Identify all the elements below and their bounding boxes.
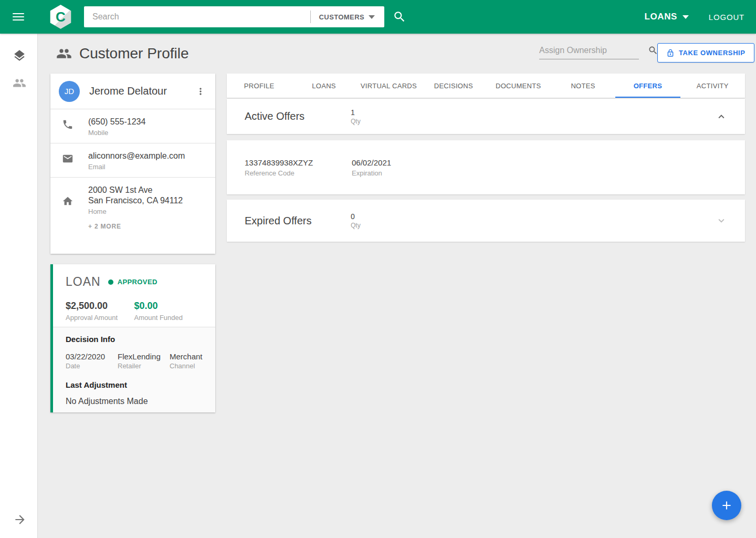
tab-offers[interactable]: OFFERS [615, 74, 680, 98]
email-label: Email [88, 163, 207, 171]
chevron-up-icon[interactable] [716, 111, 727, 122]
loans-nav-dropdown[interactable]: LOANS [645, 0, 689, 34]
amount-funded-label: Amount Funded [134, 314, 203, 322]
expired-offers-qty-label: Qty [351, 222, 361, 229]
take-ownership-label: TAKE OWNERSHIP [679, 49, 746, 57]
amount-funded-value: $0.00 [134, 301, 203, 312]
expired-offers-qty: 0 Qty [351, 212, 361, 229]
email-value: aliconnors@example.com [88, 151, 207, 161]
profile-tabbar: PROFILE LOANS VIRTUAL CARDS DECISIONS DO… [227, 74, 745, 98]
address-row: 2000 SW 1st Ave San Francisco, CA 94112 … [50, 178, 215, 237]
email-row: aliconnors@example.com Email [50, 143, 215, 178]
search-scope-select[interactable]: CUSTOMERS [311, 6, 384, 27]
decision-channel-label: Channel [170, 362, 217, 370]
customer-card: JD Jerome Delatour (650) 555-1234 Mobile… [50, 74, 215, 254]
arrow-forward-icon[interactable] [13, 513, 27, 526]
active-offers-qty: 1 Qty [351, 108, 361, 125]
customers-people-icon[interactable] [13, 76, 26, 90]
address-label: Home [88, 208, 207, 215]
offer-reference-value: 13374839938XZYZ [245, 158, 352, 167]
add-offer-fab[interactable] [712, 491, 741, 520]
logo-letter: C [56, 10, 66, 24]
tab-notes[interactable]: NOTES [551, 74, 615, 98]
more-vert-icon[interactable] [193, 84, 208, 99]
phone-label: Mobile [88, 129, 207, 137]
tab-decisions[interactable]: DECISIONS [421, 74, 486, 98]
amount-funded-block: $0.00 Amount Funded [134, 301, 203, 322]
loan-summary-card[interactable]: LOAN APPROVED $2,500.00 Approval Amount … [50, 264, 215, 412]
loan-title: LOAN [66, 275, 101, 289]
chevron-down-icon [369, 15, 375, 19]
approval-amount-block: $2,500.00 Approval Amount [66, 301, 134, 322]
customer-name: Jerome Delatour [89, 85, 193, 97]
tab-profile[interactable]: PROFILE [227, 74, 291, 98]
chevron-down-icon [682, 15, 689, 19]
home-icon [62, 195, 74, 207]
offer-reference-field: 13374839938XZYZ Reference Code [245, 158, 352, 177]
people-icon [56, 46, 72, 61]
add-icon [720, 499, 733, 512]
loans-nav-label: LOANS [645, 12, 678, 22]
more-contacts-link[interactable]: + 2 MORE [88, 223, 121, 230]
offer-expiration-label: Expiration [352, 169, 459, 177]
approval-amount-value: $2,500.00 [66, 301, 134, 312]
offer-expiration-value: 06/02/2021 [352, 158, 459, 167]
decision-date-field: 03/22/2020 Date [66, 352, 118, 370]
last-adjustment-heading: Last Adjustment [66, 380, 203, 389]
address-line1: 2000 SW 1st Ave [88, 185, 207, 195]
take-ownership-button[interactable]: TAKE OWNERSHIP [657, 43, 754, 63]
avatar: JD [59, 81, 80, 102]
decision-retailer-field: FlexLending Retailer [118, 352, 170, 370]
decision-retailer-label: Retailer [118, 362, 165, 370]
expired-offers-qty-value: 0 [351, 212, 361, 221]
search-scope-label: CUSTOMERS [319, 13, 364, 21]
page-header: Customer Profile TAKE OWNERSHIP [38, 34, 756, 74]
offer-row[interactable]: 13374839938XZYZ Reference Code 06/02/202… [227, 140, 745, 194]
customer-card-header: JD Jerome Delatour [50, 74, 215, 109]
tab-activity[interactable]: ACTIVITY [680, 74, 745, 98]
active-offers-qty-value: 1 [351, 108, 361, 117]
tab-virtual-cards[interactable]: VIRTUAL CARDS [356, 74, 421, 98]
approval-amount-label: Approval Amount [66, 314, 134, 322]
app-logo: C [49, 5, 72, 29]
global-search-box: CUSTOMERS [84, 6, 384, 27]
expired-offers-header[interactable]: Expired Offers 0 Qty [227, 200, 745, 242]
search-input[interactable] [84, 12, 310, 22]
top-app-bar: C CUSTOMERS LOANS LOGOUT [0, 0, 756, 34]
status-dot-icon [108, 280, 113, 285]
assign-ownership-input[interactable] [539, 46, 648, 55]
decision-channel-value: Merchant [170, 352, 217, 361]
search-icon[interactable] [393, 10, 406, 24]
phone-icon [62, 119, 74, 130]
decision-info-heading: Decision Info [66, 335, 203, 344]
decision-retailer-value: FlexLending [118, 352, 165, 361]
logout-button[interactable]: LOGOUT [709, 0, 744, 34]
layers-icon[interactable] [13, 49, 26, 63]
phone-row: (650) 555-1234 Mobile [50, 109, 215, 143]
decision-date-value: 03/22/2020 [66, 352, 113, 361]
active-offers-qty-label: Qty [351, 118, 361, 125]
page-title: Customer Profile [79, 45, 189, 62]
decision-date-label: Date [66, 362, 113, 370]
phone-value: (650) 555-1234 [88, 117, 207, 127]
expired-offers-title: Expired Offers [245, 215, 351, 227]
email-icon [62, 153, 74, 164]
tab-loans[interactable]: LOANS [291, 74, 356, 98]
tab-documents[interactable]: DOCUMENTS [486, 74, 551, 98]
assign-ownership-field [539, 45, 639, 59]
offer-expiration-field: 06/02/2021 Expiration [352, 158, 459, 177]
active-offers-title: Active Offers [245, 110, 351, 122]
chevron-down-icon[interactable] [716, 215, 727, 226]
decision-channel-field: Merchant Channel [170, 352, 222, 370]
last-adjustment-value: No Adjustments Made [66, 397, 203, 406]
menu-icon[interactable] [13, 11, 25, 23]
search-icon[interactable] [648, 45, 658, 56]
loan-status-badge: APPROVED [118, 278, 158, 286]
offer-reference-label: Reference Code [245, 169, 352, 177]
decision-info-section: Decision Info 03/22/2020 Date FlexLendin… [53, 327, 215, 412]
active-offers-header[interactable]: Active Offers 1 Qty [227, 99, 745, 134]
lock-icon [666, 49, 675, 57]
address-line2: San Francisco, CA 94112 [88, 195, 207, 206]
left-sidebar [0, 34, 38, 538]
